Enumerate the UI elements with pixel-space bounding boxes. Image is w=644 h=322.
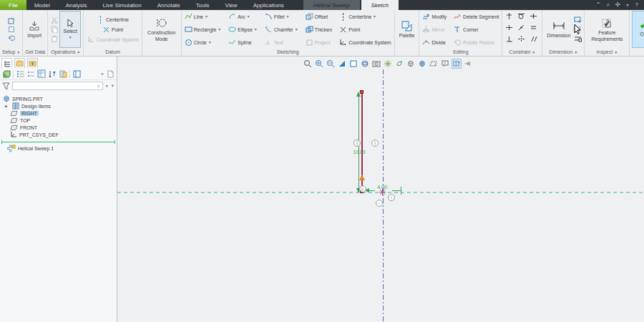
- datum-point-button[interactable]: Point: [102, 25, 124, 34]
- tree-list-icon[interactable]: [16, 69, 24, 78]
- tree-item-right-plane[interactable]: RIGHT: [0, 109, 117, 117]
- tree-item-root[interactable]: SPRING.PRT: [0, 95, 117, 102]
- perimeter-dimension-icon[interactable]: [574, 16, 582, 24]
- display-style-icon[interactable]: [348, 59, 358, 69]
- vertical-constraint-icon[interactable]: [504, 11, 514, 21]
- standard-view-icon[interactable]: [406, 59, 416, 69]
- menu-model[interactable]: Model: [26, 0, 58, 10]
- table-view-icon[interactable]: [72, 69, 81, 78]
- select-button[interactable]: Select ▼: [59, 11, 81, 48]
- menu-view[interactable]: View: [217, 0, 245, 10]
- tree-columns-icon[interactable]: [37, 69, 46, 78]
- cut-icon[interactable]: [50, 16, 58, 24]
- perpendicular-constraint-icon[interactable]: [504, 34, 514, 44]
- saved-orientations-icon[interactable]: [360, 59, 370, 69]
- search-icon[interactable]: ⌕: [606, 2, 609, 8]
- parallel-constraint-icon[interactable]: [529, 34, 538, 44]
- coincident-constraint-icon[interactable]: [517, 23, 526, 32]
- menu-live-simulation[interactable]: Live Simulation: [94, 0, 149, 10]
- datum-centerline-button[interactable]: Centerline: [96, 15, 130, 24]
- tool-point[interactable]: Point: [338, 25, 392, 34]
- menu-annotate[interactable]: Annotate: [150, 0, 188, 10]
- tool-arc[interactable]: Arc▼: [228, 12, 258, 21]
- construction-mode-button[interactable]: Construction Mode: [145, 11, 179, 48]
- dimension-button[interactable]: Dimension: [545, 11, 572, 48]
- view-manager-icon[interactable]: [371, 59, 381, 69]
- clear-filter-icon[interactable]: ×: [97, 84, 100, 89]
- reference-dimension-icon[interactable]: [574, 35, 582, 43]
- add-filter-icon[interactable]: +: [111, 82, 114, 89]
- tool-thicken[interactable]: Thicken: [305, 25, 333, 34]
- rotate-resize-button[interactable]: Rotate Resize: [453, 38, 499, 47]
- equal-constraint-icon[interactable]: [529, 23, 538, 32]
- mirror-button[interactable]: Mirror: [421, 25, 447, 34]
- palette-button[interactable]: Palette: [397, 11, 417, 48]
- sketch-setup-icon[interactable]: [7, 17, 15, 25]
- vertical-constraint-badge[interactable]: ❘: [353, 140, 361, 147]
- zoom-out-icon[interactable]: [326, 59, 336, 69]
- expand-arrow-icon[interactable]: ▶: [3, 104, 10, 108]
- vertical-centerline[interactable]: [383, 69, 384, 321]
- paste-icon[interactable]: [50, 35, 58, 43]
- datum-csys-button[interactable]: Coordinate System: [86, 35, 140, 44]
- document-icon[interactable]: [106, 69, 114, 78]
- tree-item-front-plane[interactable]: FRONT: [0, 124, 117, 131]
- height-dimension-value[interactable]: 10.00: [346, 150, 372, 155]
- compact-list-icon[interactable]: [26, 69, 35, 78]
- tree-item-helical-sweep[interactable]: Helical Sweep 1: [0, 145, 117, 152]
- tool-chamfer[interactable]: Chamfer▼: [264, 25, 299, 34]
- collapse-ribbon-icon[interactable]: ⌃: [596, 2, 601, 8]
- zoom-in-icon[interactable]: [314, 59, 324, 69]
- horizontal-constraint-icon[interactable]: [504, 23, 514, 32]
- tool-project[interactable]: Project: [305, 38, 333, 47]
- tangent-constraint-icon[interactable]: [517, 11, 526, 21]
- filter-options-caret-icon[interactable]: ▼: [105, 84, 109, 88]
- vertical-constraint-badge[interactable]: ❘: [371, 140, 379, 147]
- drag-left-handle[interactable]: ←: [359, 185, 366, 192]
- tool-fillet[interactable]: Fillet▼: [264, 12, 299, 21]
- tab-sketch[interactable]: Sketch: [361, 0, 399, 10]
- divide-button[interactable]: Divide: [421, 38, 447, 47]
- folder-browser-tab[interactable]: [14, 58, 25, 68]
- tool-spline[interactable]: Spline: [228, 38, 258, 47]
- symmetric-constraint-icon[interactable]: [517, 34, 526, 44]
- modify-button[interactable]: Modify: [421, 12, 447, 21]
- tool-centerline[interactable]: Centerline▼: [338, 12, 392, 21]
- tab-helical-sweep[interactable]: Helical Sweep: [303, 0, 360, 10]
- favorites-tab[interactable]: [27, 58, 38, 68]
- menu-analysis[interactable]: Analysis: [58, 0, 95, 10]
- sketch-canvas[interactable]: 10.00 ❘ ❘ 4.00 ← ↑ ←: [117, 57, 644, 322]
- overflow-icon[interactable]: »: [101, 72, 104, 77]
- tool-circle[interactable]: Circle▼: [184, 38, 222, 47]
- settings-icon[interactable]: ✣: [615, 2, 620, 8]
- insert-here-locator[interactable]: [1, 142, 115, 142]
- tree-item-top-plane[interactable]: TOP: [0, 117, 117, 124]
- sketch-view-icon[interactable]: [452, 59, 462, 69]
- show-icon[interactable]: [2, 69, 11, 78]
- shaded-view-icon[interactable]: [417, 59, 427, 69]
- file-menu-button[interactable]: File: [0, 0, 26, 10]
- tool-text[interactable]: AText: [264, 38, 299, 47]
- help-icon[interactable]: ?: [635, 2, 638, 8]
- tree-filter-input[interactable]: ×: [12, 82, 103, 90]
- copy-icon[interactable]: [50, 26, 58, 34]
- datum-display-icon[interactable]: [383, 59, 393, 69]
- menu-applications[interactable]: Applications: [245, 0, 292, 10]
- column-display-icon[interactable]: [59, 69, 67, 78]
- tool-offset[interactable]: Offset: [305, 12, 333, 21]
- tool-ellipse[interactable]: Ellipse▼: [228, 25, 258, 34]
- midpoint-constraint-icon[interactable]: [529, 11, 538, 21]
- corner-button[interactable]: Corner: [453, 25, 499, 34]
- delete-segment-button[interactable]: Delete Segment: [453, 12, 499, 21]
- repaint-icon[interactable]: [337, 59, 347, 69]
- drag-up-handle[interactable]: ↑: [388, 194, 395, 201]
- tool-rectangle[interactable]: Rectangle▼: [184, 25, 222, 34]
- annotation-display-icon[interactable]: [440, 59, 450, 69]
- drag-left-handle[interactable]: ←: [376, 200, 383, 207]
- filter-funnel-icon[interactable]: [2, 82, 10, 90]
- tree-item-design-items[interactable]: ▶ Design Items: [0, 102, 117, 109]
- model-tree-tab[interactable]: [1, 58, 12, 68]
- spin-center-icon[interactable]: [394, 59, 404, 69]
- properties-icon[interactable]: [7, 34, 15, 42]
- tool-line[interactable]: Line▼: [184, 12, 222, 21]
